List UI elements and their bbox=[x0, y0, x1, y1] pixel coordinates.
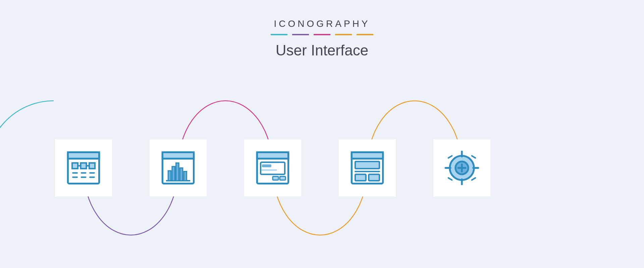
icon-card-row bbox=[0, 139, 644, 196]
svg-rect-18 bbox=[172, 167, 175, 181]
icon-card bbox=[339, 139, 396, 196]
underline-segment bbox=[357, 34, 373, 35]
underline-segment bbox=[271, 34, 287, 35]
svg-line-45 bbox=[448, 156, 452, 158]
svg-line-46 bbox=[472, 156, 476, 158]
svg-rect-1 bbox=[68, 152, 99, 159]
svg-rect-28 bbox=[273, 176, 278, 180]
svg-rect-20 bbox=[180, 168, 182, 181]
svg-rect-19 bbox=[176, 163, 179, 181]
form-window-icon bbox=[255, 150, 290, 186]
svg-rect-35 bbox=[355, 174, 366, 181]
svg-line-47 bbox=[448, 178, 452, 180]
brand-underline bbox=[0, 34, 644, 35]
svg-rect-6 bbox=[89, 163, 95, 169]
svg-line-48 bbox=[472, 178, 476, 180]
icon-card bbox=[244, 139, 301, 196]
layout-window-icon bbox=[350, 150, 385, 186]
page-header: ICONOGRAPHY User Interface bbox=[0, 18, 644, 59]
bar-chart-window-icon bbox=[160, 150, 196, 186]
svg-rect-33 bbox=[355, 162, 379, 169]
target-crosshair-icon bbox=[444, 150, 480, 186]
svg-rect-26 bbox=[262, 164, 271, 167]
svg-rect-36 bbox=[369, 174, 379, 181]
icon-card bbox=[433, 139, 490, 196]
svg-rect-31 bbox=[352, 152, 383, 159]
svg-rect-17 bbox=[168, 171, 171, 181]
underline-segment bbox=[314, 34, 330, 35]
page-subtitle: User Interface bbox=[0, 42, 644, 59]
svg-rect-25 bbox=[261, 162, 285, 174]
svg-rect-4 bbox=[72, 163, 78, 169]
underline-segment bbox=[292, 34, 309, 35]
svg-rect-14 bbox=[162, 152, 194, 159]
svg-rect-5 bbox=[81, 163, 87, 169]
sitemap-window-icon bbox=[66, 150, 101, 186]
brand-title: ICONOGRAPHY bbox=[0, 18, 644, 29]
underline-segment bbox=[335, 34, 352, 35]
svg-rect-23 bbox=[257, 152, 288, 159]
icon-card bbox=[55, 139, 112, 196]
svg-rect-29 bbox=[280, 176, 285, 180]
icon-card bbox=[150, 139, 207, 196]
svg-rect-21 bbox=[184, 172, 186, 181]
